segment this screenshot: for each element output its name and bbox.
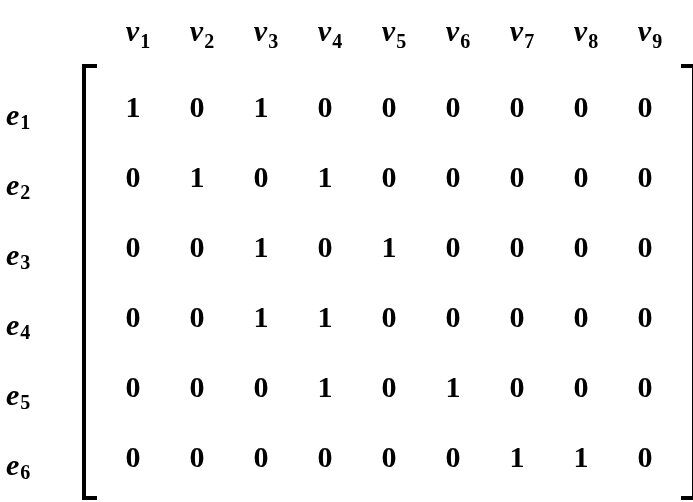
matrix-cell: 1 bbox=[293, 142, 357, 212]
matrix-cell: 1 bbox=[229, 282, 293, 352]
matrix-cell: 0 bbox=[613, 422, 677, 492]
matrix-cell: 0 bbox=[613, 352, 677, 422]
matrix-cell: 0 bbox=[165, 72, 229, 142]
matrix-cell: 0 bbox=[357, 142, 421, 212]
matrix-cell: 0 bbox=[101, 212, 165, 282]
matrix-cell: 1 bbox=[293, 352, 357, 422]
matrix-cell: 0 bbox=[613, 72, 677, 142]
matrix-cell: 0 bbox=[549, 352, 613, 422]
matrix-cell: 0 bbox=[101, 422, 165, 492]
matrix-cell: 0 bbox=[229, 352, 293, 422]
matrix-cell: 0 bbox=[101, 352, 165, 422]
left-bracket bbox=[82, 64, 97, 500]
matrix-cell: 0 bbox=[357, 352, 421, 422]
matrix-cell: 1 bbox=[421, 352, 485, 422]
matrix-cell: 0 bbox=[293, 212, 357, 282]
matrix-cell: 1 bbox=[357, 212, 421, 282]
matrix-cell: 0 bbox=[357, 72, 421, 142]
col-header: v4 bbox=[298, 14, 362, 48]
col-header: v6 bbox=[426, 14, 490, 48]
matrix-cell: 0 bbox=[229, 422, 293, 492]
column-headers: v1 v2 v3 v4 v5 v6 v7 v8 v9 bbox=[106, 14, 682, 48]
matrix-cell: 0 bbox=[165, 352, 229, 422]
matrix-cell: 0 bbox=[485, 142, 549, 212]
matrix-cell: 0 bbox=[101, 142, 165, 212]
col-header: v8 bbox=[554, 14, 618, 48]
matrix-cell: 0 bbox=[485, 352, 549, 422]
matrix-cell: 0 bbox=[229, 142, 293, 212]
matrix-cell: 0 bbox=[165, 282, 229, 352]
row-header: e2 bbox=[6, 150, 66, 220]
col-header: v7 bbox=[490, 14, 554, 48]
matrix-cell: 0 bbox=[485, 212, 549, 282]
matrix-cell: 0 bbox=[485, 72, 549, 142]
row-header: e4 bbox=[6, 290, 66, 360]
matrix-cell: 1 bbox=[293, 282, 357, 352]
row-headers: e1 e2 e3 e4 e5 e6 bbox=[6, 80, 66, 500]
right-bracket bbox=[681, 64, 693, 500]
matrix-cell: 0 bbox=[549, 212, 613, 282]
matrix-cell: 1 bbox=[229, 212, 293, 282]
col-header: v2 bbox=[170, 14, 234, 48]
row-header: e1 bbox=[6, 80, 66, 150]
matrix-grid: 1 0 1 0 0 0 0 0 0 0 1 0 1 0 0 0 0 0 0 0 … bbox=[97, 64, 681, 500]
row-header: e5 bbox=[6, 360, 66, 430]
matrix-cell: 0 bbox=[549, 282, 613, 352]
matrix-cell: 0 bbox=[101, 282, 165, 352]
matrix-cell: 0 bbox=[613, 212, 677, 282]
col-header: v1 bbox=[106, 14, 170, 48]
matrix-cell: 0 bbox=[293, 72, 357, 142]
matrix-cell: 0 bbox=[421, 422, 485, 492]
col-header: v5 bbox=[362, 14, 426, 48]
matrix-cell: 0 bbox=[421, 282, 485, 352]
matrix-cell: 0 bbox=[165, 422, 229, 492]
matrix-cell: 0 bbox=[293, 422, 357, 492]
matrix-cell: 0 bbox=[613, 142, 677, 212]
col-header: v3 bbox=[234, 14, 298, 48]
matrix-cell: 1 bbox=[101, 72, 165, 142]
matrix-cell: 1 bbox=[485, 422, 549, 492]
matrix-cell: 0 bbox=[549, 72, 613, 142]
matrix-cell: 0 bbox=[165, 212, 229, 282]
matrix-cell: 0 bbox=[549, 142, 613, 212]
col-header: v9 bbox=[618, 14, 682, 48]
matrix-cell: 0 bbox=[485, 282, 549, 352]
matrix-cell: 0 bbox=[421, 212, 485, 282]
matrix: 1 0 1 0 0 0 0 0 0 0 1 0 1 0 0 0 0 0 0 0 … bbox=[82, 64, 693, 500]
matrix-cell: 0 bbox=[421, 142, 485, 212]
matrix-cell: 0 bbox=[613, 282, 677, 352]
matrix-cell: 1 bbox=[165, 142, 229, 212]
matrix-cell: 0 bbox=[357, 422, 421, 492]
matrix-cell: 1 bbox=[229, 72, 293, 142]
row-header: e3 bbox=[6, 220, 66, 290]
matrix-cell: 0 bbox=[357, 282, 421, 352]
matrix-figure: v1 v2 v3 v4 v5 v6 v7 v8 v9 e1 e2 e3 e4 e… bbox=[0, 0, 693, 502]
row-header: e6 bbox=[6, 430, 66, 500]
matrix-cell: 1 bbox=[549, 422, 613, 492]
matrix-cell: 0 bbox=[421, 72, 485, 142]
